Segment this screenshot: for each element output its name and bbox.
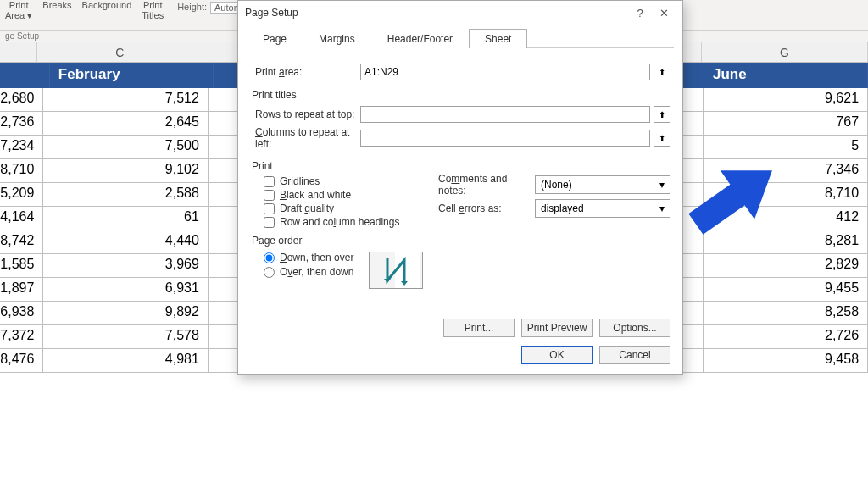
tab-margins[interactable]: Margins xyxy=(303,29,371,48)
comments-label: Comments and notes: xyxy=(425,173,535,197)
dialog-titlebar: Page Setup ? ✕ xyxy=(238,1,682,25)
cell[interactable]: 9,892 xyxy=(43,302,209,324)
tab-header-footer[interactable]: Header/Footer xyxy=(371,29,469,48)
cell[interactable]: 6,931 xyxy=(43,278,209,301)
cell[interactable]: 2,736 xyxy=(0,112,43,135)
print-area-button[interactable]: Print Area ▾ xyxy=(0,0,37,30)
comments-row: Comments and notes: (None)▾ xyxy=(425,173,670,197)
ribbon-label: Background xyxy=(82,0,132,10)
height-label: Height: xyxy=(177,2,207,12)
cell[interactable]: 1,585 xyxy=(0,254,43,277)
cell[interactable]: 7,512 xyxy=(43,88,209,111)
errors-label: Cell errors as: xyxy=(425,202,535,214)
cell[interactable]: 8,476 xyxy=(0,349,43,372)
col-head[interactable] xyxy=(0,42,37,62)
tabstrip: Page Margins Header/Footer Sheet xyxy=(247,28,674,48)
cell[interactable]: 767 xyxy=(704,112,869,135)
print-area-input[interactable] xyxy=(360,64,650,80)
print-area-row: Print area: ⬆ xyxy=(250,64,670,80)
print-titles-button[interactable]: Print Titles xyxy=(136,0,169,30)
ribbon-label: Breaks xyxy=(42,0,71,10)
ribbon-label: Titles xyxy=(142,10,164,20)
cell[interactable]: 8,742 xyxy=(0,230,43,253)
cell[interactable]: 8,281 xyxy=(704,230,869,253)
cols-repeat-label: Columns to repeat at left: xyxy=(250,126,360,150)
cell[interactable]: 8,710 xyxy=(0,159,43,182)
row-col-headings-checkbox[interactable]: Row and column headings xyxy=(264,216,408,228)
cell[interactable]: 9,102 xyxy=(43,159,209,182)
cell[interactable]: 2,588 xyxy=(43,183,209,206)
cell[interactable]: 4,440 xyxy=(43,230,209,253)
rows-repeat-row: Rows to repeat at top: ⬆ xyxy=(250,106,670,123)
month-cell xyxy=(0,63,50,88)
print-titles-header: Print titles xyxy=(250,84,670,103)
cell[interactable]: 2,645 xyxy=(43,112,209,135)
dialog-body: Print area: ⬆ Print titles Rows to repea… xyxy=(238,57,682,374)
draft-quality-checkbox[interactable]: Draft quality xyxy=(264,202,408,214)
chevron-down-icon: ▾ xyxy=(659,179,665,191)
print-area-label: Print area: xyxy=(250,66,360,78)
page-setup-dialog: Page Setup ? ✕ Page Margins Header/Foote… xyxy=(237,0,683,375)
tab-sheet[interactable]: Sheet xyxy=(469,29,527,48)
ok-button[interactable]: OK xyxy=(521,346,593,364)
cell[interactable]: 2,829 xyxy=(704,254,869,277)
cell[interactable]: 3,969 xyxy=(43,254,209,277)
breaks-button[interactable]: Breaks xyxy=(37,0,76,30)
col-head-c[interactable]: C xyxy=(37,42,203,62)
close-button[interactable]: ✕ xyxy=(652,7,676,19)
cell[interactable]: 4,164 xyxy=(0,207,43,230)
page-order-group: Down, then over Over, then down xyxy=(250,252,670,278)
rows-repeat-input[interactable] xyxy=(360,106,650,123)
ribbon-label: Print xyxy=(9,0,29,10)
page-order-header: Page order xyxy=(250,230,670,248)
print-header: Print xyxy=(250,155,408,174)
black-white-checkbox[interactable]: Black and white xyxy=(264,189,408,201)
cell[interactable]: 1,897 xyxy=(0,278,43,301)
errors-row: Cell errors as: displayed▾ xyxy=(425,199,670,218)
cell[interactable]: 5,209 xyxy=(0,183,43,206)
cell[interactable]: 6,938 xyxy=(0,302,43,324)
cell[interactable]: 7,500 xyxy=(43,136,209,158)
cancel-button[interactable]: Cancel xyxy=(599,346,670,364)
comments-select[interactable]: (None)▾ xyxy=(535,175,670,194)
tab-page[interactable]: Page xyxy=(247,29,303,48)
cell[interactable]: 7,346 xyxy=(704,159,869,182)
cell[interactable]: 9,621 xyxy=(704,88,869,111)
range-select-icon[interactable]: ⬆ xyxy=(654,106,670,123)
help-button[interactable]: ? xyxy=(628,7,652,19)
cell[interactable]: 2,680 xyxy=(0,88,43,111)
dialog-buttons-row2: OK Cancel xyxy=(250,346,670,364)
options-button[interactable]: Options... xyxy=(599,319,670,337)
range-select-icon[interactable]: ⬆ xyxy=(654,64,670,80)
cell[interactable]: 7,372 xyxy=(0,325,43,348)
chevron-down-icon: ▾ xyxy=(659,202,665,214)
ribbon-label: Print xyxy=(143,0,163,10)
col-head-g[interactable]: G xyxy=(702,42,868,62)
cell[interactable]: 4,981 xyxy=(43,349,209,372)
rows-repeat-label: Rows to repeat at top: xyxy=(250,108,360,120)
cell[interactable]: 8,710 xyxy=(704,183,869,206)
month-february: February xyxy=(50,63,214,88)
page-order-icon xyxy=(369,252,423,289)
cell[interactable]: 412 xyxy=(704,207,869,230)
cell[interactable]: 7,578 xyxy=(43,325,209,348)
dialog-buttons-row1: Print... Print Preview Options... xyxy=(250,319,670,337)
cell[interactable]: 5 xyxy=(704,136,869,158)
range-select-icon[interactable]: ⬆ xyxy=(654,130,670,147)
cell[interactable]: 7,234 xyxy=(0,136,43,158)
cell[interactable]: 2,726 xyxy=(704,325,869,348)
cell[interactable]: 61 xyxy=(43,207,209,230)
background-button[interactable]: Background xyxy=(77,0,137,30)
cell[interactable]: 8,258 xyxy=(704,302,869,324)
print-button[interactable]: Print... xyxy=(443,319,515,337)
gridlines-checkbox[interactable]: Gridlines xyxy=(264,175,408,187)
over-then-down-radio[interactable]: Over, then down xyxy=(264,266,670,278)
down-then-over-radio[interactable]: Down, then over xyxy=(264,252,670,263)
cell[interactable]: 9,458 xyxy=(704,349,869,372)
cell[interactable]: 9,455 xyxy=(704,278,869,301)
ribbon-label: Area ▾ xyxy=(5,10,32,21)
cols-repeat-input[interactable] xyxy=(360,130,650,147)
print-preview-button[interactable]: Print Preview xyxy=(521,319,593,337)
month-june: June xyxy=(704,63,868,88)
errors-select[interactable]: displayed▾ xyxy=(535,199,670,218)
